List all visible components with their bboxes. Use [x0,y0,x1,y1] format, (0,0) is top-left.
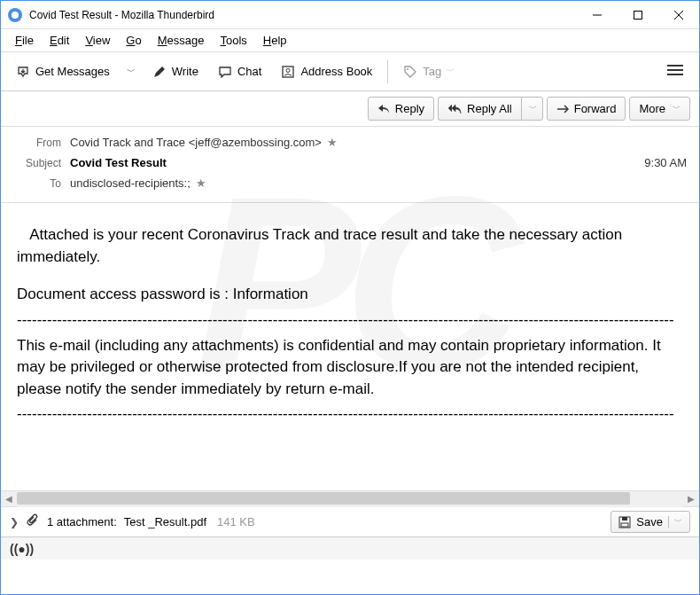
get-messages-dropdown[interactable]: ﹀ [121,62,141,82]
minimize-button[interactable] [577,1,618,29]
address-book-icon [281,65,295,79]
menu-edit[interactable]: Edit [43,32,76,49]
hamburger-icon [667,64,683,76]
attachment-size: 141 KB [217,515,255,528]
more-button[interactable]: More ﹀ [629,97,690,121]
message-headers: From Covid Track and Trace <jeff@azembos… [1,127,699,203]
forward-label: Forward [574,102,617,115]
reply-all-dropdown[interactable]: ﹀ [521,97,543,121]
reply-all-split: Reply All ﹀ [438,97,543,121]
pencil-icon [152,65,167,79]
get-messages-label: Get Messages [35,65,110,78]
menubar: File Edit View Go Message Tools Help [1,29,699,52]
menu-help[interactable]: Help [256,32,294,49]
toolbar-separator [387,60,388,83]
message-time: 9:30 AM [644,156,687,169]
star-from-icon[interactable]: ★ [327,136,338,149]
menu-message[interactable]: Message [151,32,212,49]
horizontal-scrollbar[interactable]: ◀ ▶ [1,490,699,506]
save-attachment-button[interactable]: Save ﹀ [611,511,690,533]
separator-line-2: ----------------------------------------… [17,403,683,426]
from-label: From [13,137,61,149]
maximize-button[interactable] [618,1,658,29]
connection-status-icon[interactable]: ((●)) [10,542,34,556]
chat-label: Chat [237,65,261,78]
save-icon [618,516,631,528]
tag-icon [403,65,417,79]
separator-line-1: ----------------------------------------… [17,309,683,332]
body-paragraph-3: This e-mail (including any attachments) … [17,335,683,401]
to-label: To [13,177,61,190]
address-book-button[interactable]: Address Book [273,60,380,83]
paperclip-icon [26,513,40,530]
reply-all-button[interactable]: Reply All [438,97,521,121]
write-label: Write [172,65,198,78]
scroll-right-icon[interactable]: ▶ [683,491,699,507]
reply-label: Reply [395,102,424,115]
write-button[interactable]: Write [144,60,206,83]
save-label: Save [636,515,663,528]
window-title: Covid Test Result - Mozilla Thunderbird [29,9,577,21]
scroll-thumb[interactable] [17,492,630,505]
attachment-bar: ❯ 1 attachment: Test _Result.pdf 141 KB … [1,506,699,536]
app-menu-button[interactable] [658,60,692,82]
svg-rect-12 [622,517,627,521]
message-action-bar: Reply Reply All ﹀ Forward More ﹀ [1,91,699,127]
get-messages-button[interactable]: Get Messages [8,60,118,83]
body-paragraph-1: Attached is your recent Coronavirus Trac… [17,224,683,268]
subject-label: Subject [13,157,61,169]
reply-all-label: Reply All [467,102,512,115]
titlebar: Covid Test Result - Mozilla Thunderbird [1,1,699,29]
svg-point-5 [286,68,290,72]
forward-button[interactable]: Forward [547,97,626,121]
thunderbird-icon [8,8,22,22]
status-bar: ((●)) [1,536,699,560]
scroll-left-icon[interactable]: ◀ [1,491,17,507]
download-icon [16,65,30,79]
tag-button[interactable]: Tag ﹀ [395,60,463,83]
attachment-filename[interactable]: Test _Result.pdf [124,515,206,528]
address-book-label: Address Book [300,65,372,78]
from-value: Covid Track and Trace <jeff@azembossing.… [70,136,687,149]
star-to-icon[interactable]: ★ [196,176,206,190]
tag-label: Tag [423,65,441,78]
reply-icon [377,104,390,114]
chat-button[interactable]: Chat [210,60,269,83]
scroll-track[interactable] [17,491,683,507]
menu-tools[interactable]: Tools [213,32,253,49]
more-label: More [639,102,665,115]
chat-icon [218,65,232,79]
reply-button[interactable]: Reply [368,97,434,121]
subject-value: Covid Test Result [70,156,644,169]
svg-point-6 [407,68,408,70]
svg-rect-1 [634,11,642,19]
menu-view[interactable]: View [78,32,117,49]
to-value: undisclosed-recipients:; ★ [70,176,687,190]
attachment-count: 1 attachment: [47,515,117,528]
body-paragraph-2: Document access password is : Informatio… [17,284,683,306]
forward-icon [556,105,569,114]
svg-rect-13 [621,523,628,527]
menu-file[interactable]: File [8,32,41,49]
close-button[interactable] [658,1,699,29]
message-body: Attached is your recent Coronavirus Trac… [1,203,699,490]
expand-attachment-icon[interactable]: ❯ [10,516,19,528]
reply-all-icon [447,104,462,114]
toolbar: Get Messages ﹀ Write Chat Address Book T… [1,52,699,91]
menu-go[interactable]: Go [119,32,148,49]
